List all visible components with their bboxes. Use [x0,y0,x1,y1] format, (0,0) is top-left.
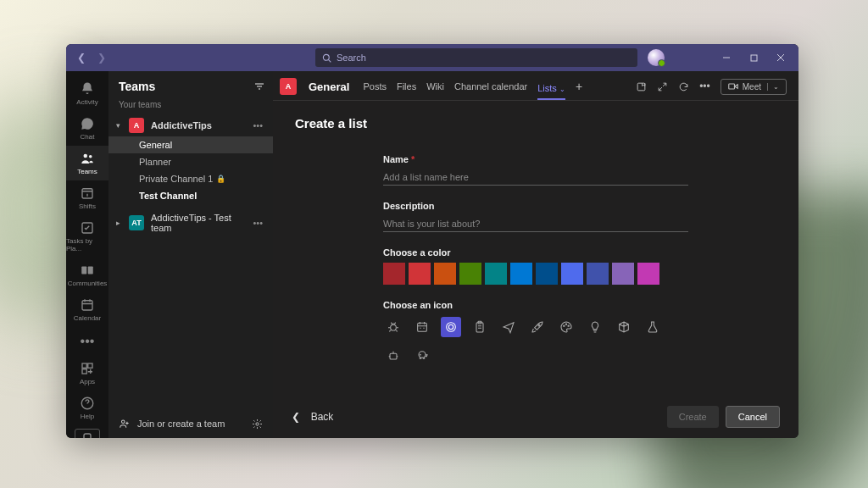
svg-rect-10 [88,363,92,368]
rail-chat[interactable]: Chat [66,111,108,146]
team-addictivetips[interactable]: ▾ A AddictiveTips ••• [108,114,273,136]
icon-option-cube[interactable] [614,317,634,337]
tab-files[interactable]: Files [397,78,416,95]
tab-app-icon[interactable] [636,81,647,92]
filter-icon[interactable] [254,82,264,91]
svg-point-25 [564,325,565,326]
svg-rect-13 [84,434,91,438]
icon-option-calendar[interactable] [412,317,432,337]
svg-point-24 [538,324,540,326]
color-swatch[interactable] [434,263,456,285]
rail-shifts[interactable]: Shifts [66,180,108,215]
rail-device-icon[interactable] [75,429,100,438]
join-team-label[interactable]: Join or create a team [137,419,225,429]
svg-rect-28 [390,353,397,359]
rail-communities[interactable]: Communities [66,258,108,292]
color-swatch[interactable] [459,263,481,285]
rail-shifts-label: Shifts [79,202,96,210]
user-avatar[interactable] [648,49,665,66]
color-swatch[interactable] [561,263,583,285]
svg-rect-1 [751,55,757,61]
team-test[interactable]: ▸ AT AddictiveTips - Test team ••• [108,209,273,236]
tab-wiki[interactable]: Wiki [426,78,444,95]
svg-point-27 [568,325,569,326]
gear-icon[interactable] [252,419,263,430]
color-swatch[interactable] [383,263,405,285]
expand-icon[interactable] [657,81,668,92]
icon-option-bulb[interactable] [585,317,605,337]
icon-option-palette[interactable] [556,317,576,337]
description-label: Description [383,201,688,211]
svg-rect-7 [88,267,93,274]
rail-communities-label: Communities [68,280,108,287]
sidebar-title: Teams [119,80,155,93]
rail-apps[interactable]: Apps [66,356,108,391]
more-icon[interactable]: ••• [699,80,710,92]
team-more-icon[interactable]: ••• [253,120,263,130]
minimize-button[interactable] [714,47,739,68]
icon-option-robot[interactable] [383,346,403,366]
nav-back-icon[interactable]: ❮ [71,47,92,68]
channel-test[interactable]: Test Channel [108,187,273,204]
channel-private[interactable]: Private Channel 1 🔒 [108,170,273,187]
refresh-icon[interactable] [678,81,689,92]
color-swatch[interactable] [637,263,659,285]
chevron-right-icon: ▸ [114,219,122,227]
search-icon [322,53,331,63]
name-label: Name * [383,154,688,164]
color-swatch[interactable] [612,263,634,285]
channel-planner[interactable]: Planner [108,153,273,170]
icon-option-plane[interactable] [498,317,519,337]
color-label: Choose a color [383,247,688,258]
color-swatch[interactable] [485,263,507,285]
icon-option-clipboard[interactable] [470,317,490,337]
back-button[interactable]: ❮ Back [292,411,333,423]
lock-icon: 🔒 [216,175,225,183]
icon-option-flask[interactable] [643,317,663,337]
search-placeholder: Search [337,53,366,63]
color-swatch[interactable] [587,263,609,285]
icon-option-piggy[interactable] [412,346,432,366]
icon-option-bug[interactable] [383,317,403,337]
rail-apps-label: Apps [80,378,95,385]
search-input[interactable]: Search [315,48,637,67]
close-button[interactable] [768,47,793,68]
rail-help[interactable]: Help [66,391,108,425]
color-swatch[interactable] [536,263,558,285]
rail-tasks[interactable]: Tasks by Pla... [66,215,108,258]
channel-title: General [309,80,349,93]
your-teams-label: Your teams [108,100,273,114]
rail-activity[interactable]: Activity [66,76,108,111]
page-title: Create a list [295,116,776,130]
tab-calendar[interactable]: Channel calendar [454,78,527,95]
create-button[interactable]: Create [667,406,719,428]
team-more-icon[interactable]: ••• [253,218,263,228]
add-tab-icon[interactable]: + [576,80,582,93]
name-input[interactable] [383,169,688,186]
rail-teams[interactable]: Teams [66,146,108,180]
svg-rect-4 [82,189,92,198]
join-team-icon[interactable] [119,418,131,430]
nav-forward-icon[interactable]: ❯ [92,47,112,68]
meet-button[interactable]: Meet ⌄ [721,79,787,95]
description-input[interactable] [383,216,688,232]
color-swatch[interactable] [510,263,532,285]
channel-general[interactable]: General [108,136,273,153]
svg-point-26 [565,324,566,324]
maximize-button[interactable] [741,47,766,68]
svg-rect-9 [82,363,86,368]
cancel-button[interactable]: Cancel [726,406,780,428]
tab-posts[interactable]: Posts [363,78,387,95]
svg-point-0 [323,54,329,60]
rail-more-icon[interactable]: ••• [81,327,95,356]
svg-rect-16 [637,83,645,91]
icon-option-rocket[interactable] [527,317,548,337]
svg-point-15 [256,422,259,424]
rail-activity-label: Activity [76,98,97,106]
rail-calendar[interactable]: Calendar [66,292,108,327]
svg-rect-11 [82,369,86,374]
color-swatch[interactable] [409,263,431,285]
tab-lists[interactable]: Lists ⌄ [537,80,565,100]
icon-option-target[interactable] [441,317,461,337]
svg-point-18 [391,324,397,330]
